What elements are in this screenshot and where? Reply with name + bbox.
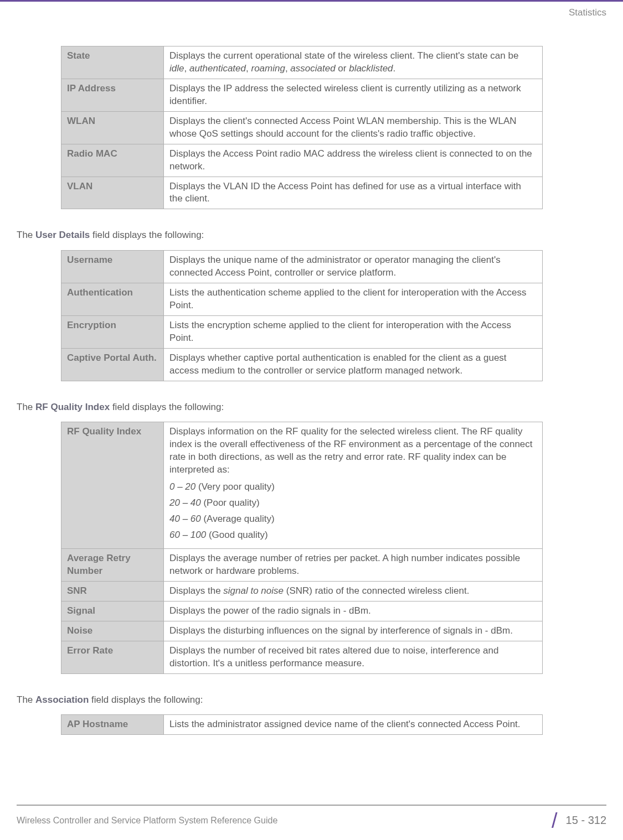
- field-label: Authentication: [61, 283, 164, 316]
- table-row: EncryptionLists the encryption scheme ap…: [61, 315, 543, 348]
- field-label: Signal: [61, 601, 164, 621]
- page-number: 15 - 312: [566, 814, 606, 827]
- field-label: WLAN: [61, 111, 164, 144]
- field-description: Displays the Access Point radio MAC addr…: [164, 144, 543, 177]
- field-label: IP Address: [61, 79, 164, 111]
- field-description: Displays the client's connected Access P…: [164, 111, 543, 144]
- table-row: Radio MACDisplays the Access Point radio…: [61, 144, 543, 177]
- client-details-tbody: StateDisplays the current operational st…: [61, 46, 543, 209]
- field-description: Displays the number of received bit rate…: [164, 641, 543, 673]
- field-label: VLAN: [61, 177, 164, 209]
- field-description: Displays the current operational state o…: [164, 46, 543, 79]
- field-label: Radio MAC: [61, 144, 164, 177]
- field-description: Displays the disturbing influences on th…: [164, 621, 543, 641]
- client-details-table: StateDisplays the current operational st…: [61, 46, 543, 209]
- rf-quality-intro: The RF Quality Index field displays the …: [17, 401, 606, 414]
- field-description: Displays whether captive portal authenti…: [164, 348, 543, 381]
- field-description: Displays information on the RF quality f…: [164, 422, 543, 549]
- field-label: Error Rate: [61, 641, 164, 673]
- association-tbody: AP HostnameLists the administrator assig…: [61, 715, 543, 735]
- table-row: WLANDisplays the client's connected Acce…: [61, 111, 543, 144]
- table-row: AuthenticationLists the authentication s…: [61, 283, 543, 316]
- table-row: VLANDisplays the VLAN ID the Access Poin…: [61, 177, 543, 209]
- field-label: Encryption: [61, 315, 164, 348]
- rf-quality-table: RF Quality IndexDisplays information on …: [61, 422, 543, 673]
- field-label: Captive Portal Auth.: [61, 348, 164, 381]
- association-intro: The Association field displays the follo…: [17, 693, 606, 707]
- field-description: Displays the IP address the selected wir…: [164, 79, 543, 111]
- footer-right: / 15 - 312: [552, 812, 606, 829]
- section-header: Statistics: [0, 2, 623, 18]
- field-label: AP Hostname: [61, 715, 164, 735]
- table-row: StateDisplays the current operational st…: [61, 46, 543, 79]
- table-row: UsernameDisplays the unique name of the …: [61, 251, 543, 283]
- page-content: StateDisplays the current operational st…: [0, 18, 623, 735]
- field-label: State: [61, 46, 164, 79]
- rf-quality-tbody: RF Quality IndexDisplays information on …: [61, 422, 543, 673]
- user-details-intro: The User Details field displays the foll…: [17, 229, 606, 242]
- user-details-tbody: UsernameDisplays the unique name of the …: [61, 251, 543, 381]
- table-row: Average Retry NumberDisplays the average…: [61, 548, 543, 581]
- footer-content: Wireless Controller and Service Platform…: [17, 812, 606, 829]
- field-label: Username: [61, 251, 164, 283]
- field-description: Displays the signal to noise (SNR) ratio…: [164, 581, 543, 601]
- table-row: RF Quality IndexDisplays information on …: [61, 422, 543, 549]
- field-description: Lists the authentication scheme applied …: [164, 283, 543, 316]
- page-footer: Wireless Controller and Service Platform…: [0, 805, 623, 829]
- table-row: Error RateDisplays the number of receive…: [61, 641, 543, 673]
- field-description: Displays the VLAN ID the Access Point ha…: [164, 177, 543, 209]
- field-description: Lists the administrator assigned device …: [164, 715, 543, 735]
- field-label: SNR: [61, 581, 164, 601]
- table-row: NoiseDisplays the disturbing influences …: [61, 621, 543, 641]
- field-description: Displays the unique name of the administ…: [164, 251, 543, 283]
- footer-left-text: Wireless Controller and Service Platform…: [17, 816, 277, 826]
- table-row: SNRDisplays the signal to noise (SNR) ra…: [61, 581, 543, 601]
- field-label: Noise: [61, 621, 164, 641]
- footer-divider: [17, 805, 606, 806]
- table-row: SignalDisplays the power of the radio si…: [61, 601, 543, 621]
- field-label: Average Retry Number: [61, 548, 164, 581]
- field-description: Lists the encryption scheme applied to t…: [164, 315, 543, 348]
- table-row: AP HostnameLists the administrator assig…: [61, 715, 543, 735]
- field-description: Displays the average number of retries p…: [164, 548, 543, 581]
- field-label: RF Quality Index: [61, 422, 164, 549]
- table-row: Captive Portal Auth.Displays whether cap…: [61, 348, 543, 381]
- user-details-table: UsernameDisplays the unique name of the …: [61, 250, 543, 381]
- field-description: Displays the power of the radio signals …: [164, 601, 543, 621]
- table-row: IP AddressDisplays the IP address the se…: [61, 79, 543, 111]
- association-table: AP HostnameLists the administrator assig…: [61, 714, 543, 735]
- slash-icon: /: [552, 812, 558, 829]
